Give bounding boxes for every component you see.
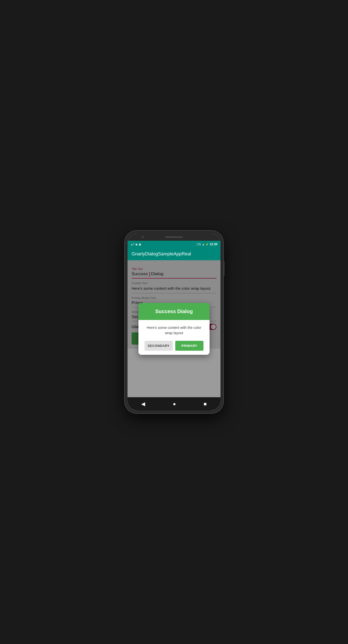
phone-device: ▲? ◉ ▣ LTE ▲ ⚡ 12:30 GnarlyDialogSampleA…: [124, 231, 224, 413]
dialog-body: Here's some content with the color wrap …: [138, 320, 210, 355]
wifi-icon: ▲?: [131, 243, 134, 246]
lte-icon: LTE: [197, 243, 201, 246]
app-title: GnarlyDialogSampleAppReal: [132, 251, 216, 257]
status-left-icons: ▲? ◉ ▣: [131, 243, 141, 246]
app-bar: GnarlyDialogSampleAppReal: [128, 248, 220, 260]
status-right-icons: LTE ▲ ⚡ 12:30: [197, 242, 217, 246]
success-dialog: Success Dialog Here's some content with …: [138, 303, 210, 355]
status-time: 12:30: [210, 242, 217, 246]
dialog-content-text: Here's some content with the color wrap …: [145, 325, 203, 336]
camera-dot: [141, 236, 144, 238]
recent-button[interactable]: ■: [203, 401, 207, 407]
dialog-header: Success Dialog: [138, 303, 210, 320]
phone-top-bar: [128, 234, 220, 241]
dialog-buttons: SECONDARY PRIMARY: [145, 341, 203, 351]
phone-screen: ▲? ◉ ▣ LTE ▲ ⚡ 12:30 GnarlyDialogSampleA…: [128, 234, 220, 410]
dialog-overlay: Success Dialog Here's some content with …: [128, 260, 220, 397]
main-content: Title Text Success Dialog Content Text H…: [128, 260, 220, 397]
status-bar: ▲? ◉ ▣ LTE ▲ ⚡ 12:30: [128, 241, 220, 248]
sim-icon: ▣: [139, 243, 141, 246]
nav-bar: ◀ ● ■: [128, 397, 220, 410]
secondary-button[interactable]: SECONDARY: [145, 341, 173, 351]
battery-icon: ⚡: [205, 243, 209, 246]
circle-icon: ◉: [135, 243, 138, 246]
signal-bars-icon: ▲: [202, 243, 204, 246]
speaker: [165, 236, 183, 238]
back-button[interactable]: ◀: [141, 401, 145, 407]
home-button[interactable]: ●: [173, 401, 176, 407]
dialog-title: Success Dialog: [145, 309, 203, 314]
primary-button[interactable]: PRIMARY: [175, 341, 203, 351]
